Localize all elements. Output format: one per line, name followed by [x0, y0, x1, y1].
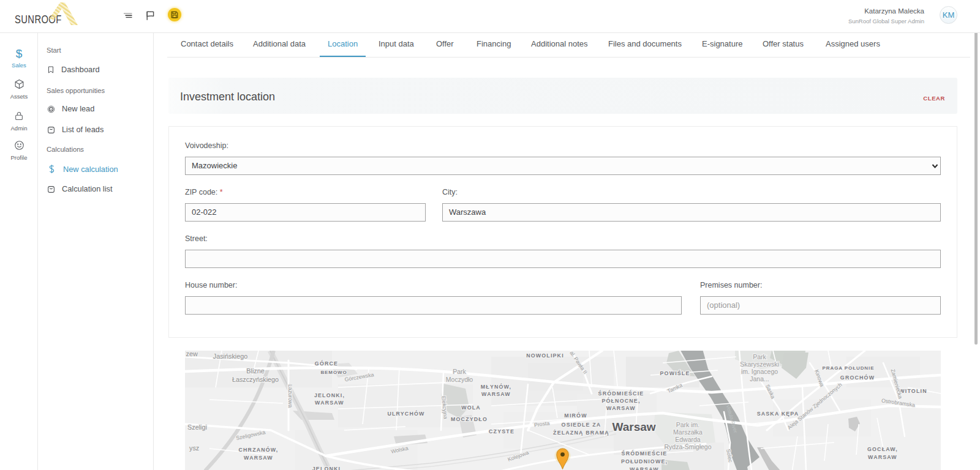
svg-text:WARSAW: WARSAW	[244, 455, 273, 461]
svg-text:Park im.: Park im.	[676, 421, 700, 428]
svg-text:OSIEDLE ZA: OSIEDLE ZA	[562, 422, 601, 428]
svg-text:WARSAW: WARSAW	[606, 405, 636, 411]
svg-text:GOCŁAW,: GOCŁAW,	[867, 446, 898, 452]
svg-text:Moczydło: Moczydło	[446, 376, 473, 383]
svg-text:POWIŚLE: POWIŚLE	[660, 370, 690, 376]
svg-text:ŻELAZNĄ BRAMĄ: ŻELAZNĄ BRAMĄ	[553, 430, 609, 436]
svg-text:PRAGA POŁUDNIE: PRAGA POŁUDNIE	[823, 365, 875, 371]
svg-text:Łaszczyńskiego: Łaszczyńskiego	[232, 376, 279, 383]
svg-text:Lazurowa: Lazurowa	[287, 384, 293, 408]
svg-text:ŚRÓDMIEŚCIE: ŚRÓDMIEŚCIE	[622, 450, 668, 457]
svg-text:GROCHÓW: GROCHÓW	[840, 374, 875, 381]
svg-text:Jana...: Jana...	[750, 375, 769, 382]
svg-text:WARSAW: WARSAW	[868, 454, 897, 460]
svg-text:GÓRCE: GÓRCE	[315, 360, 338, 367]
svg-text:WITOLIN: WITOLIN	[899, 388, 927, 394]
svg-text:Park: Park	[453, 368, 466, 375]
svg-text:MOCZYDŁO: MOCZYDŁO	[451, 416, 488, 422]
svg-text:Park: Park	[753, 353, 766, 360]
svg-text:ULRYCHÓW: ULRYCHÓW	[387, 410, 424, 417]
svg-text:JELONKI,: JELONKI,	[314, 392, 345, 398]
svg-text:NOWOLIPKI: NOWOLIPKI	[526, 352, 564, 359]
svg-text:SASKA KĘPA: SASKA KĘPA	[757, 411, 799, 417]
svg-text:WARSAW: WARSAW	[315, 400, 344, 406]
svg-text:WARSAW: WARSAW	[481, 391, 511, 397]
svg-text:PÓŁNOCNE,: PÓŁNOCNE,	[601, 397, 640, 404]
svg-text:WARSAW: WARSAW	[630, 466, 659, 470]
svg-text:BEMOWO: BEMOWO	[320, 370, 347, 375]
svg-text:Szeligi: Szeligi	[187, 423, 207, 431]
svg-text:Skaryszewski: Skaryszewski	[740, 360, 779, 368]
svg-text:JELONKI: JELONKI	[312, 466, 341, 470]
svg-text:zew: zew	[186, 351, 198, 357]
svg-text:Jasińskiego: Jasińskiego	[213, 352, 247, 360]
svg-text:POŁUDNIOWE,: POŁUDNIOWE,	[621, 458, 668, 464]
svg-text:CZYSTE: CZYSTE	[489, 428, 514, 435]
svg-text:MŁYNÓW,: MŁYNÓW,	[481, 383, 511, 390]
svg-text:im. Ignacego: im. Ignacego	[741, 368, 778, 375]
svg-text:CHRZANÓW,: CHRZANÓW,	[238, 446, 278, 453]
svg-text:ysz: ysz	[189, 444, 199, 452]
svg-text:Edwarda: Edwarda	[675, 436, 701, 443]
svg-text:Warsaw: Warsaw	[612, 420, 655, 433]
svg-text:Marszałka: Marszałka	[673, 428, 703, 436]
svg-text:Rydza-Śmigłego: Rydza-Śmigłego	[664, 443, 711, 450]
svg-text:MIRÓW: MIRÓW	[564, 412, 587, 419]
svg-text:Blizne: Blizne	[246, 367, 264, 375]
svg-text:WOLA: WOLA	[461, 405, 481, 411]
svg-text:ŚRÓDMIEŚCIE: ŚRÓDMIEŚCIE	[598, 390, 644, 397]
